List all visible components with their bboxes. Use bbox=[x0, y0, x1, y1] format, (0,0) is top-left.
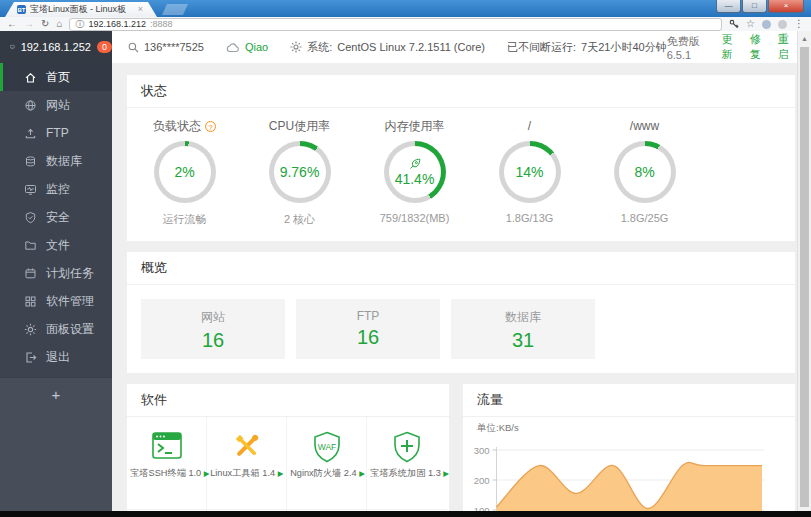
add-shortcut-button[interactable]: + bbox=[52, 386, 61, 403]
tools-icon bbox=[230, 430, 264, 462]
page-info-icon[interactable]: ⓘ bbox=[75, 20, 84, 29]
extension-icon[interactable] bbox=[762, 20, 771, 29]
waf-text: WAF bbox=[317, 442, 336, 452]
sidebar-item-home[interactable]: 首页 bbox=[0, 63, 112, 91]
bottom-edge-strip bbox=[0, 511, 811, 517]
sidebar-item-website[interactable]: 网站 bbox=[0, 91, 112, 119]
gauge-label: CPU使用率 bbox=[269, 118, 330, 135]
open-arrow-icon: ▶ bbox=[359, 469, 365, 477]
sidebar-item-security[interactable]: 安全 bbox=[0, 203, 112, 231]
traffic-panel-title: 流量 bbox=[463, 384, 795, 417]
gauge-sub: 759/1832(MB) bbox=[357, 212, 472, 224]
traffic-chart: 单位:KB/s100200300 bbox=[463, 417, 795, 517]
sidebar-item-monitor[interactable]: 监控 bbox=[0, 175, 112, 203]
gauge-label: /www bbox=[630, 119, 659, 133]
gauge-ring: 14% bbox=[499, 141, 561, 203]
forward-icon[interactable]: → bbox=[24, 19, 34, 29]
gauge-label: 内存使用率 bbox=[385, 118, 445, 135]
rocket-icon[interactable] bbox=[409, 158, 421, 170]
home-icon[interactable]: ⌂ bbox=[56, 19, 62, 29]
page-scrollbar[interactable]: ▲ bbox=[797, 31, 811, 517]
gauge-sub: 运行流畅 bbox=[127, 212, 242, 227]
repair-button[interactable]: 修复 bbox=[750, 32, 765, 62]
browser-menu-icon[interactable]: ⋮ bbox=[794, 19, 804, 29]
browser-tab[interactable]: BT 宝塔Linux面板 - Linux板 × bbox=[5, 2, 157, 17]
gauge-ring: 8% bbox=[614, 141, 676, 203]
tab-close-icon[interactable]: × bbox=[138, 5, 143, 14]
back-icon[interactable]: ← bbox=[7, 19, 17, 29]
globe-icon bbox=[24, 99, 37, 112]
card-value: 16 bbox=[141, 329, 285, 352]
restart-button[interactable]: 重启 bbox=[778, 32, 793, 62]
overview-card-sites[interactable]: 网站 16 bbox=[141, 299, 285, 359]
magnifier-icon bbox=[128, 42, 139, 53]
gauge-ring: 9.76% bbox=[269, 141, 331, 203]
panel-version: 免费版 6.5.1 bbox=[667, 34, 709, 61]
server-ip-block[interactable]: 192.168.1.252 0 bbox=[0, 31, 112, 63]
update-button[interactable]: 更新 bbox=[721, 32, 736, 62]
sidebar-item-ftp[interactable]: FTP bbox=[0, 119, 112, 147]
uptime: 已不间断运行: 7天21小时40分钟 bbox=[507, 40, 667, 55]
browser-toolbar: ← → ↻ ⌂ ⓘ 192.168.1.212:8888 ☆ ⋮ bbox=[0, 17, 811, 32]
calendar-icon bbox=[24, 267, 37, 280]
sidebar-item-settings[interactable]: 面板设置 bbox=[0, 315, 112, 343]
shield-check-icon bbox=[24, 211, 37, 224]
sidebar-item-label: 文件 bbox=[46, 237, 70, 254]
user-account[interactable]: Qiao bbox=[226, 41, 268, 53]
phone-binding[interactable]: 136****7525 bbox=[128, 41, 204, 53]
software-item-system-hardening[interactable]: 宝塔系统加固 1.3 ▶ bbox=[367, 417, 447, 510]
gauge-sub: 2 核心 bbox=[242, 212, 357, 227]
sidebar-item-label: 退出 bbox=[46, 349, 70, 366]
gauge-value: 41.4% bbox=[395, 171, 435, 187]
card-value: 16 bbox=[296, 326, 440, 349]
overview-card-ftp[interactable]: FTP 16 bbox=[296, 299, 440, 359]
software-panel-title: 软件 bbox=[127, 384, 449, 417]
open-arrow-icon: ▶ bbox=[278, 469, 284, 477]
screen: BT 宝塔Linux面板 - Linux板 × — □ × ← → ↻ ⌂ ⓘ … bbox=[0, 0, 811, 517]
software-name: 宝塔SSH终端 1.0 bbox=[130, 467, 201, 477]
browser-tabstrip: BT 宝塔Linux面板 - Linux板 × — □ × bbox=[0, 0, 811, 17]
bookmark-star-icon[interactable]: ☆ bbox=[746, 19, 755, 29]
software-name: Linux工具箱 1.4 bbox=[210, 467, 275, 477]
sidebar-item-database[interactable]: 数据库 bbox=[0, 147, 112, 175]
system-label: 系统: bbox=[307, 40, 332, 55]
extension-icon[interactable] bbox=[778, 20, 787, 29]
upload-icon bbox=[24, 127, 37, 140]
new-tab-button[interactable] bbox=[162, 4, 188, 15]
card-value: 31 bbox=[451, 329, 595, 352]
cloud-icon bbox=[226, 42, 240, 53]
svg-text:200: 200 bbox=[474, 475, 490, 486]
card-label: 网站 bbox=[141, 309, 285, 326]
open-arrow-icon: ▶ bbox=[443, 469, 449, 477]
help-icon[interactable]: ? bbox=[205, 121, 216, 132]
sidebar-item-files[interactable]: 文件 bbox=[0, 231, 112, 259]
key-icon[interactable] bbox=[729, 19, 739, 29]
gauge-value: 9.76% bbox=[280, 164, 320, 180]
address-bar[interactable]: ⓘ 192.168.1.212:8888 bbox=[69, 18, 722, 31]
sidebar-item-logout[interactable]: 退出 bbox=[0, 343, 112, 371]
overview-card-database[interactable]: 数据库 31 bbox=[451, 299, 595, 359]
sidebar-item-label: 监控 bbox=[46, 181, 70, 198]
svg-text:300: 300 bbox=[474, 445, 490, 456]
gauge-label: / bbox=[528, 119, 531, 133]
software-item-linux-toolbox[interactable]: Linux工具箱 1.4 ▶ bbox=[207, 417, 287, 510]
sidebar-item-cron[interactable]: 计划任务 bbox=[0, 259, 112, 287]
gauge-label: 负载状态 bbox=[153, 118, 201, 135]
software-name: Nginx防火墙 2.4 bbox=[290, 467, 356, 477]
sidebar-item-appstore[interactable]: 软件管理 bbox=[0, 287, 112, 315]
reload-icon[interactable]: ↻ bbox=[41, 19, 49, 29]
panel-topbar: 192.168.1.252 0 136****7525 Qiao bbox=[0, 31, 811, 64]
message-count-badge[interactable]: 0 bbox=[97, 41, 112, 53]
gauge-ring: 41.4% bbox=[384, 141, 446, 203]
scrollbar-up-arrow[interactable]: ▲ bbox=[798, 31, 811, 42]
software-item-ssh-terminal[interactable]: 宝塔SSH终端 1.0 ▶ bbox=[127, 417, 207, 510]
window-close-button[interactable]: × bbox=[768, 0, 804, 13]
window-maximize-button[interactable]: □ bbox=[742, 0, 767, 13]
gauge-value: 2% bbox=[174, 164, 194, 180]
sidebar-bottom: + bbox=[0, 377, 112, 517]
scrollbar-thumb[interactable] bbox=[800, 47, 809, 507]
window-minimize-button[interactable]: — bbox=[716, 0, 741, 13]
software-item-nginx-waf[interactable]: WAF Nginx防火墙 2.4 ▶ bbox=[287, 417, 367, 510]
home-icon bbox=[24, 71, 37, 84]
phone-number: 136****7525 bbox=[144, 41, 204, 53]
